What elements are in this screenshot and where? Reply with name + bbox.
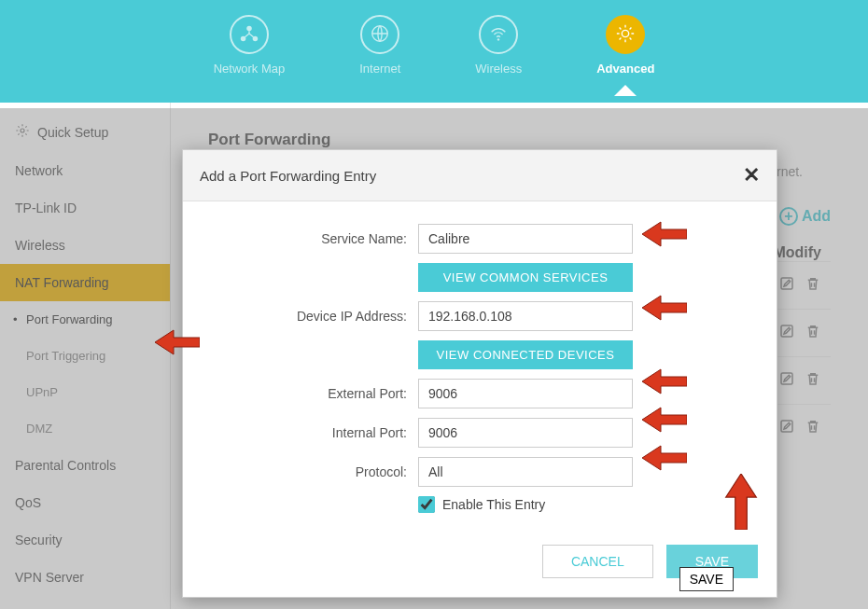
view-common-services-button[interactable]: VIEW COMMON SERVICES xyxy=(418,263,633,292)
svg-point-4 xyxy=(497,38,499,40)
svg-point-5 xyxy=(623,30,629,36)
nav-internet[interactable]: Internet xyxy=(359,15,400,76)
internal-port-input[interactable] xyxy=(418,418,633,448)
nav-label: Network Map xyxy=(214,62,286,76)
port-forwarding-modal: Add a Port Forwarding Entry ✕ Service Na… xyxy=(182,149,777,598)
device-ip-input[interactable] xyxy=(418,301,633,331)
save-tooltip: SAVE xyxy=(679,567,734,591)
protocol-label: Protocol: xyxy=(211,464,407,479)
enable-entry-checkbox[interactable] xyxy=(418,496,435,513)
pointer-arrow-icon xyxy=(155,328,200,356)
modal-title: Add a Port Forwarding Entry xyxy=(200,168,376,184)
nav-network-map[interactable]: Network Map xyxy=(214,15,286,76)
external-port-label: External Port: xyxy=(211,386,407,401)
service-name-label: Service Name: xyxy=(211,231,407,246)
pointer-arrow-icon xyxy=(642,220,687,248)
nav-label: Internet xyxy=(359,62,400,76)
advanced-icon xyxy=(615,23,636,47)
pointer-arrow-icon xyxy=(713,474,769,530)
nav-label: Advanced xyxy=(596,62,654,76)
internet-icon xyxy=(370,23,390,47)
internal-port-label: Internal Port: xyxy=(211,425,407,440)
nav-label: Wireless xyxy=(475,62,522,76)
device-ip-label: Device IP Address: xyxy=(211,309,407,324)
protocol-select[interactable] xyxy=(418,457,633,487)
pointer-arrow-icon xyxy=(642,406,687,434)
network-map-icon xyxy=(239,23,259,47)
external-port-input[interactable] xyxy=(418,379,633,408)
service-name-input[interactable] xyxy=(418,224,633,254)
svg-point-0 xyxy=(246,25,252,31)
wireless-icon xyxy=(488,23,509,47)
pointer-arrow-icon xyxy=(642,367,687,395)
pointer-arrow-icon xyxy=(642,294,687,322)
nav-advanced[interactable]: Advanced xyxy=(596,15,654,76)
close-icon[interactable]: ✕ xyxy=(743,163,760,187)
nav-wireless[interactable]: Wireless xyxy=(475,15,522,76)
modal-title-bar: Add a Port Forwarding Entry ✕ xyxy=(183,150,777,201)
cancel-button[interactable]: CANCEL xyxy=(542,545,653,578)
enable-entry-label: Enable This Entry xyxy=(442,497,545,512)
view-connected-devices-button[interactable]: VIEW CONNECTED DEVICES xyxy=(418,340,633,369)
top-nav: Network Map Internet Wireless Advanced xyxy=(0,0,868,103)
pointer-arrow-icon xyxy=(642,444,687,472)
